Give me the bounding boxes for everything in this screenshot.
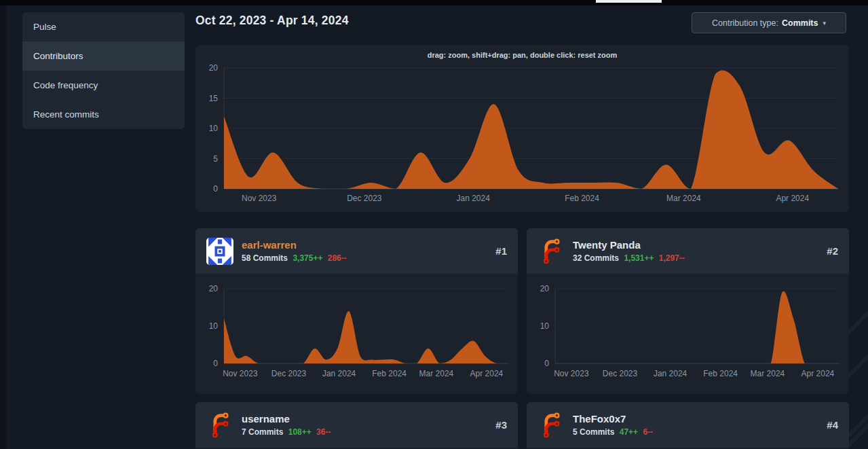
contributor-card-header: username 7 Commits 108++ 36-- #3	[195, 402, 518, 448]
deletions-count: 6--	[643, 427, 653, 437]
svg-text:Mar 2024: Mar 2024	[666, 194, 701, 203]
identicon-avatar-icon	[206, 238, 233, 265]
svg-text:Dec 2023: Dec 2023	[347, 194, 382, 203]
contributor-card-3: username 7 Commits 108++ 36-- #3	[195, 402, 518, 449]
contribution-type-dropdown[interactable]: Contribution type: Commits ▾	[692, 12, 846, 33]
contributor-username-link[interactable]: earl-warren	[242, 239, 487, 252]
contributor-card-header: earl-warren 58 Commits 3,375++ 286-- #1	[195, 228, 518, 274]
contributor-activity-chart[interactable]: 01020Nov 2023Dec 2023Jan 2024Feb 2024Mar…	[527, 274, 849, 394]
contributor-activity-chart[interactable]: 01020Nov 2023Dec 2023Jan 2024Feb 2024Mar…	[195, 274, 518, 394]
rank-badge: #4	[827, 419, 838, 431]
svg-text:20: 20	[209, 63, 219, 73]
deletions-count: 286--	[328, 253, 347, 263]
contributor-identity: TheFox0x7 5 Commits 47++ 6--	[573, 413, 818, 437]
avatar[interactable]	[537, 238, 565, 265]
rank-badge: #3	[495, 419, 507, 431]
forgejo-logo-icon	[537, 412, 565, 439]
svg-text:Dec 2023: Dec 2023	[271, 369, 307, 378]
contributor-stats: 58 Commits 3,375++ 286--	[242, 253, 487, 263]
contributor-card-2: Twenty Panda 32 Commits 1,531++ 1,297-- …	[527, 228, 849, 394]
avatar[interactable]	[206, 238, 233, 265]
contribution-type-value: Commits	[782, 18, 818, 28]
contributor-identity: Twenty Panda 32 Commits 1,531++ 1,297--	[573, 239, 818, 264]
commit-count: 5 Commits	[573, 427, 614, 437]
additions-count: 1,531++	[624, 253, 654, 263]
svg-text:Apr 2024: Apr 2024	[801, 369, 835, 378]
svg-text:Nov 2023: Nov 2023	[554, 369, 589, 378]
contribution-type-label: Contribution type:	[712, 18, 778, 28]
contributor-username-link[interactable]: TheFox0x7	[573, 413, 818, 426]
commit-count: 32 Commits	[573, 253, 619, 263]
svg-text:0: 0	[544, 359, 549, 368]
active-tab-underline	[596, 0, 662, 3]
contributor-stats: 7 Commits 108++ 36--	[242, 427, 487, 437]
additions-count: 47++	[620, 427, 638, 437]
contributors-page: Pulse Contributors Code frequency Recent…	[0, 0, 868, 449]
main-activity-chart[interactable]: 05101520Nov 2023Dec 2023Jan 2024Feb 2024…	[195, 45, 849, 212]
svg-text:10: 10	[209, 124, 219, 133]
deletions-count: 1,297--	[659, 253, 685, 263]
forgejo-logo-icon	[206, 412, 233, 439]
insights-sidebar-menu: Pulse Contributors Code frequency Recent…	[22, 12, 185, 129]
commit-count: 7 Commits	[242, 427, 283, 437]
svg-text:Nov 2023: Nov 2023	[242, 194, 277, 203]
svg-text:20: 20	[209, 284, 219, 293]
svg-text:Jan 2024: Jan 2024	[654, 369, 687, 378]
additions-count: 3,375++	[293, 253, 322, 263]
svg-text:Feb 2024: Feb 2024	[703, 369, 738, 378]
svg-text:Jan 2024: Jan 2024	[456, 194, 490, 203]
contributor-identity: earl-warren 58 Commits 3,375++ 286--	[242, 239, 487, 264]
contributor-chart-area: 01020Nov 2023Dec 2023Jan 2024Feb 2024Mar…	[527, 274, 849, 394]
deletions-count: 36--	[316, 427, 331, 437]
rank-badge: #2	[827, 245, 838, 257]
date-range-heading: Oct 22, 2023 - Apr 14, 2024	[195, 14, 349, 28]
contributor-identity: username 7 Commits 108++ 36--	[242, 413, 487, 437]
svg-text:0: 0	[213, 184, 218, 194]
top-bar	[0, 0, 868, 5]
sidebar-item-contributors[interactable]: Contributors	[22, 41, 185, 71]
contributor-card-4: TheFox0x7 5 Commits 47++ 6-- #4	[527, 402, 849, 449]
svg-text:5: 5	[213, 154, 218, 164]
total-activity-card: drag: zoom, shift+drag: pan, double clic…	[195, 45, 849, 212]
svg-text:Apr 2024: Apr 2024	[470, 369, 504, 378]
avatar[interactable]	[206, 412, 233, 439]
svg-text:15: 15	[209, 94, 219, 103]
contributor-chart-area: 01020Nov 2023Dec 2023Jan 2024Feb 2024Mar…	[195, 274, 518, 394]
contributor-card-header: TheFox0x7 5 Commits 47++ 6-- #4	[527, 402, 849, 448]
contributor-card-1: earl-warren 58 Commits 3,375++ 286-- #1 …	[195, 228, 518, 394]
contributor-stats: 5 Commits 47++ 6--	[573, 427, 818, 437]
forgejo-logo-icon	[537, 238, 565, 265]
additions-count: 108++	[288, 427, 312, 437]
left-edge-strip	[0, 5, 6, 449]
commit-count: 58 Commits	[242, 253, 288, 263]
svg-text:Apr 2024: Apr 2024	[776, 194, 809, 203]
svg-text:Feb 2024: Feb 2024	[565, 194, 599, 203]
contributor-stats: 32 Commits 1,531++ 1,297--	[573, 253, 818, 263]
svg-text:Mar 2024: Mar 2024	[751, 369, 785, 378]
contributor-card-header: Twenty Panda 32 Commits 1,531++ 1,297-- …	[527, 228, 849, 274]
chevron-down-icon: ▾	[823, 20, 826, 26]
svg-text:20: 20	[540, 284, 550, 293]
svg-text:Mar 2024: Mar 2024	[419, 369, 454, 378]
svg-text:10: 10	[540, 321, 550, 331]
svg-text:10: 10	[209, 321, 219, 331]
svg-text:Jan 2024: Jan 2024	[322, 369, 356, 378]
avatar[interactable]	[537, 412, 565, 439]
contributor-username-link[interactable]: Twenty Panda	[573, 239, 818, 252]
svg-text:Feb 2024: Feb 2024	[372, 369, 407, 378]
svg-text:Dec 2023: Dec 2023	[603, 369, 638, 378]
svg-text:0: 0	[213, 359, 218, 368]
sidebar-item-pulse[interactable]: Pulse	[22, 12, 185, 41]
sidebar-item-code-frequency[interactable]: Code frequency	[22, 71, 185, 100]
rank-badge: #1	[495, 245, 507, 257]
contributor-username-link[interactable]: username	[242, 413, 487, 426]
svg-text:Nov 2023: Nov 2023	[223, 369, 258, 378]
sidebar-item-recent-commits[interactable]: Recent commits	[22, 100, 185, 129]
